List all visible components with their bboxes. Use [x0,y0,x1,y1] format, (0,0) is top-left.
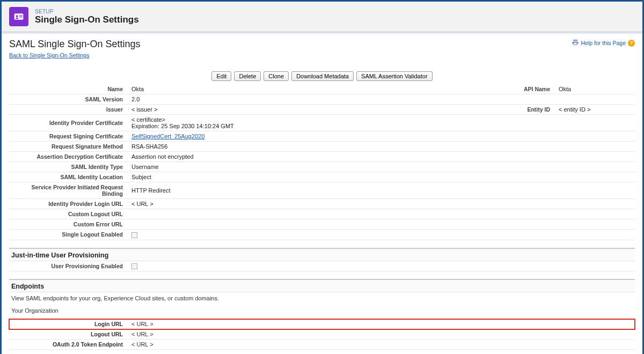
jit-section-header: Just-in-time User Provisioning [9,248,635,261]
assert-decrypt-label: Assertion Decryption Certificate [9,152,127,162]
header-eyebrow: SETUP [35,9,139,14]
saml-version-label: SAML Version [9,94,127,105]
page-title: SAML Single Sign-On Settings [9,39,140,50]
single-logout-checkbox [131,232,137,238]
help-label: Help for this Page [581,40,626,46]
jit-table: User Provisioning Enabled [9,261,635,272]
delete-button[interactable]: Delete [234,71,261,81]
saml-id-type-value: Username [127,162,501,172]
custom-logout-label: Custom Logout URL [9,209,127,219]
logout-url-label: Logout URL [9,329,127,340]
req-sig-method-value: RSA-SHA256 [127,142,501,152]
clone-button[interactable]: Clone [264,71,289,81]
saml-version-value: 2.0 [127,94,501,105]
back-link[interactable]: Back to Single Sign-On Settings [9,52,89,58]
req-sig-method-label: Request Signature Method [9,142,127,152]
oauth-endpoint-label: OAuth 2.0 Token Endpoint [9,340,127,350]
idp-cert-value: < certificate> Expiration: 25 Sep 2030 1… [127,115,501,131]
header-title: Single Sign-On Settings [35,14,139,25]
endpoints-section-header: Endpoints [9,279,635,292]
idp-login-url-value: < URL > [127,199,501,209]
svg-rect-3 [19,16,23,16]
logout-url-value: < URL > [127,329,635,340]
name-value: Okta [127,84,501,94]
entity-id-value: < entity ID > [554,105,635,115]
printer-icon [572,39,579,47]
single-logout-label: Single Logout Enabled [9,230,127,240]
user-prov-checkbox [131,263,137,269]
top-button-row: Edit Delete Clone Download Metadata SAML… [9,71,635,81]
help-for-page[interactable]: Help for this Page ? [572,39,635,47]
api-name-value: Okta [554,84,635,94]
idp-login-url-label: Identity Provider Login URL [9,199,127,209]
login-url-value: < URL > [127,319,218,329]
setup-header: SETUP Single Sign-On Settings [2,2,642,32]
svg-point-2 [16,15,18,17]
id-card-icon [13,11,24,22]
setup-icon [9,7,28,26]
your-organization-label: Your Organization [9,304,635,319]
help-icon: ? [628,40,635,47]
api-name-label: API Name [501,84,554,94]
endpoint-table: Login URL < URL > Logout URL < URL > OAu… [9,319,635,350]
req-sign-cert-label: Request Signing Certificate [9,131,127,142]
detail-table: Name Okta API Name Okta SAML Version 2.0… [9,84,635,240]
custom-logout-value [127,209,501,219]
issuer-label: Issuer [9,105,127,115]
saml-id-loc-value: Subject [127,172,501,182]
saml-id-type-label: SAML Identity Type [9,162,127,172]
custom-error-value [127,219,501,230]
custom-error-label: Custom Error URL [9,219,127,230]
user-prov-label: User Provisioning Enabled [9,261,127,271]
login-url-label: Login URL [9,319,127,329]
saml-id-loc-label: SAML Identity Location [9,172,127,182]
oauth-endpoint-value: < URL > [127,340,635,350]
edit-button[interactable]: Edit [211,71,231,81]
endpoints-description: View SAML endpoints for your org, Experi… [9,292,635,304]
assert-decrypt-value: Assertion not encrypted [127,152,501,162]
download-metadata-button[interactable]: Download Metadata [291,71,354,81]
saml-validator-button[interactable]: SAML Assertion Validator [356,71,433,81]
sp-binding-value: HTTP Redirect [127,182,501,199]
req-sign-cert-link[interactable]: SelfSignedCert_25Aug2020 [131,133,204,139]
svg-rect-4 [19,17,23,17]
issuer-value: < issuer > [127,105,501,115]
idp-cert-label: Identity Provider Certificate [9,115,127,131]
name-label: Name [9,84,127,94]
sp-binding-label: Service Provider Initiated Request Bindi… [9,182,127,199]
entity-id-label: Entity ID [501,105,554,115]
